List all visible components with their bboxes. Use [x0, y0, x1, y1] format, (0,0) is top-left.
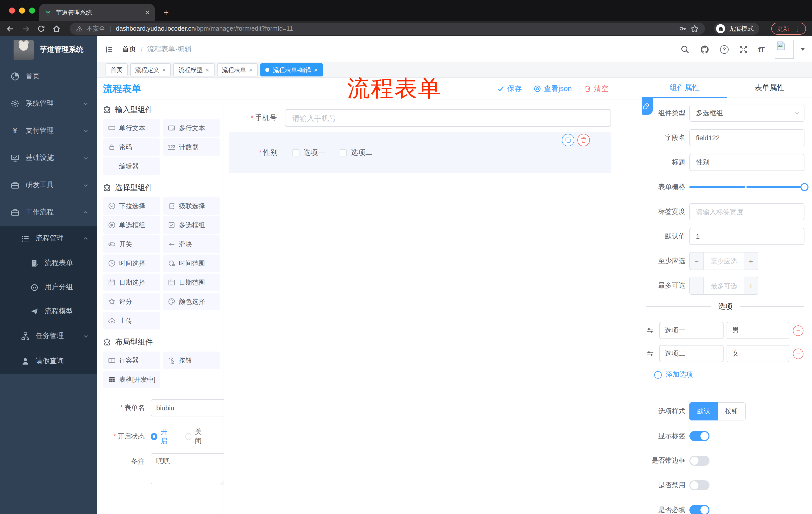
gender-option-2[interactable]: 选项二 — [340, 148, 373, 157]
window-minimize-button[interactable] — [19, 7, 25, 13]
tab-close-icon[interactable]: ✕ — [145, 9, 150, 16]
tab-component-props[interactable]: 组件属性 — [642, 78, 727, 98]
fullscreen-icon[interactable] — [739, 45, 748, 54]
style-button-button[interactable]: 按钮 — [718, 402, 746, 421]
delete-component-button[interactable] — [577, 134, 590, 146]
sidebar-item-payment[interactable]: ¥ 支付管理 — [0, 117, 97, 144]
sidebar-collapse-icon[interactable] — [105, 45, 114, 54]
tag-process-form[interactable]: 流程表单✕ — [217, 63, 258, 77]
palette-item-counter[interactable]: 123计数器 — [163, 138, 220, 156]
palette-item-row-container[interactable]: 行容器 — [103, 352, 160, 369]
window-close-button[interactable] — [9, 7, 15, 13]
palette-item-date-picker[interactable]: 日期选择 — [103, 274, 160, 291]
palette-item-rate[interactable]: 评分 — [103, 293, 160, 310]
view-json-button[interactable]: 查看json — [534, 84, 572, 93]
palette-item-checkbox-group[interactable]: 多选框组 — [163, 216, 220, 234]
sidebar-item-process-model[interactable]: 流程模型 — [0, 299, 97, 323]
forward-icon[interactable] — [22, 24, 30, 33]
tag-close-icon[interactable]: ✕ — [314, 67, 318, 73]
max-select-input[interactable] — [704, 277, 744, 294]
phone-input[interactable] — [285, 109, 611, 127]
sidebar-item-task-management[interactable]: 任务管理 — [0, 323, 97, 349]
palette-item-select[interactable]: 下拉选择 — [103, 197, 160, 215]
palette-item-button[interactable]: 按钮 — [163, 352, 220, 369]
remove-option-button[interactable]: − — [793, 325, 804, 336]
grid-slider[interactable] — [689, 178, 805, 196]
sidebar-item-home[interactable]: 首页 — [0, 63, 97, 90]
browser-menu-icon[interactable]: ⋮ — [794, 25, 801, 32]
gender-option-1[interactable]: 选项一 — [292, 148, 325, 157]
stepper-plus-button[interactable]: + — [744, 277, 758, 294]
sidebar-item-workflow[interactable]: 工作流程 — [0, 199, 97, 226]
status-radio-on[interactable]: 开启 — [151, 428, 172, 445]
tab-form-props[interactable]: 表单属性 — [727, 78, 812, 98]
palette-item-cascader[interactable]: 级联选择 — [163, 197, 220, 215]
palette-item-switch[interactable]: 开关 — [103, 235, 160, 253]
avatar[interactable] — [775, 40, 794, 59]
palette-item-table[interactable]: 表格[开发中] — [103, 371, 160, 388]
palette-item-radio-group[interactable]: 单选框组 — [103, 216, 160, 234]
palette-item-multi-text[interactable]: 多行文本 — [163, 119, 220, 137]
form-canvas[interactable]: *手机号 *性别 选项一 选项二 — [224, 100, 642, 514]
palette-item-slider[interactable]: 滑块 — [163, 235, 220, 253]
palette-item-editor[interactable]: 编辑器 — [103, 157, 160, 175]
tag-close-icon[interactable]: ✕ — [162, 67, 166, 73]
checkbox-icon[interactable] — [340, 149, 347, 156]
drag-handle-icon[interactable] — [646, 326, 654, 334]
password-key-icon[interactable] — [679, 25, 687, 33]
breadcrumb-home[interactable]: 首页 — [122, 45, 136, 54]
tag-process-model[interactable]: 流程模型✕ — [174, 63, 214, 77]
style-default-button[interactable]: 默认 — [689, 402, 718, 421]
avatar-dropdown-caret-icon[interactable] — [801, 48, 805, 51]
tag-close-icon[interactable]: ✕ — [205, 67, 209, 73]
option-value-input[interactable] — [727, 322, 789, 339]
resize-handle-icon[interactable] — [221, 481, 224, 485]
browser-update-button[interactable]: 更新 ⋮ — [771, 23, 806, 35]
palette-item-time-range[interactable]: 时间范围 — [163, 254, 220, 272]
font-size-icon[interactable]: tT — [758, 45, 764, 54]
help-icon[interactable]: ? — [720, 45, 729, 54]
option-value-input[interactable] — [727, 345, 789, 362]
stepper-minus-button[interactable]: − — [690, 277, 704, 294]
add-option-button[interactable]: + 添加选项 — [654, 370, 812, 380]
palette-item-password[interactable]: 密码 — [103, 138, 160, 156]
title-input[interactable] — [689, 154, 805, 171]
app-logo[interactable]: 芋道管理系统 — [0, 36, 97, 63]
label-width-input[interactable] — [689, 203, 805, 220]
default-value-input[interactable] — [689, 228, 805, 245]
remark-textarea[interactable]: 嘿嘿 — [151, 453, 224, 484]
duplicate-component-button[interactable] — [562, 134, 574, 146]
status-radio-off[interactable]: 关闭 — [185, 428, 206, 445]
save-button[interactable]: 保存 — [497, 84, 522, 93]
tag-home[interactable]: 首页 — [106, 63, 127, 77]
canvas-field-gender-selected[interactable]: *性别 选项一 选项二 — [229, 132, 611, 173]
back-icon[interactable] — [6, 24, 14, 33]
stepper-minus-button[interactable]: − — [690, 252, 704, 270]
github-icon[interactable] — [700, 45, 709, 54]
search-icon[interactable] — [680, 45, 689, 54]
sidebar-item-devtools[interactable]: 研发工具 — [0, 171, 97, 199]
checkbox-icon[interactable] — [292, 149, 299, 156]
canvas-field-phone[interactable]: *手机号 — [224, 109, 611, 127]
palette-item-color-picker[interactable]: 颜色选择 — [163, 293, 220, 310]
show-label-toggle[interactable] — [689, 431, 709, 441]
remove-option-button[interactable]: − — [793, 348, 804, 359]
sidebar-item-leave-query[interactable]: 请假查询 — [0, 349, 97, 374]
panel-collapse-link-button[interactable] — [642, 98, 653, 115]
drag-handle-icon[interactable] — [646, 350, 654, 358]
sidebar-item-process-management[interactable]: 流程管理 — [0, 226, 97, 251]
form-name-input[interactable] — [151, 399, 224, 416]
palette-item-time-picker[interactable]: 时间选择 — [103, 254, 160, 272]
stepper-plus-button[interactable]: + — [744, 252, 758, 270]
tag-process-form-edit[interactable]: 流程表单-编辑✕ — [260, 63, 323, 77]
option-label-input[interactable] — [659, 322, 724, 339]
sidebar-item-user-group[interactable]: 用户分组 — [0, 275, 97, 299]
sidebar-item-infra[interactable]: 基础设施 — [0, 144, 97, 171]
clear-button[interactable]: 清空 — [584, 84, 609, 93]
palette-item-date-range[interactable]: 日期范围 — [163, 274, 220, 291]
bookmark-star-icon[interactable] — [690, 24, 699, 33]
border-toggle[interactable] — [689, 456, 709, 466]
window-zoom-button[interactable] — [29, 7, 35, 13]
disabled-toggle[interactable] — [689, 480, 709, 490]
component-type-select[interactable]: 多选框组 — [689, 105, 805, 122]
